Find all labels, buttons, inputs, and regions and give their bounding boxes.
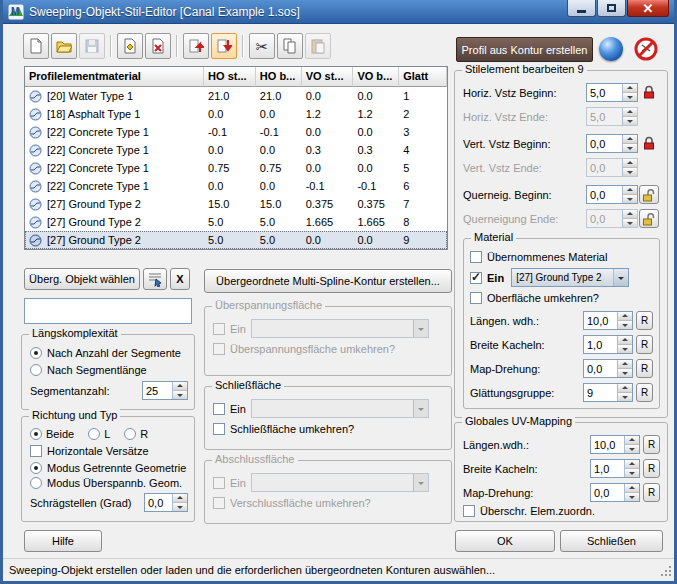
spin-down-button[interactable] [618,393,632,401]
modus-ueberspannb-geom-radio[interactable] [30,477,42,489]
profile-element-table[interactable]: Profilelementmaterial HO st... HO b... V… [24,66,448,250]
spin-up-button[interactable] [623,135,637,144]
vert-vstz-beginn-spinner[interactable]: 0,0 [586,134,638,153]
table-row[interactable]: [22] Concrete Type 1 0.0 0.0 -0.1 -0.1 6 [25,177,447,195]
schliess-umkehren-checkbox[interactable] [213,423,225,435]
new-document-button[interactable] [23,33,49,59]
open-button[interactable] [51,33,77,59]
spin-down-button[interactable] [623,144,637,152]
reset-button[interactable]: R [643,483,660,502]
spin-down-button[interactable] [618,345,632,353]
segmentanzahl-spinner[interactable]: 25 [142,381,188,400]
lock-open-button[interactable] [639,185,659,204]
resize-grip-icon[interactable] [660,565,673,580]
nach-segmentlaenge-radio[interactable] [30,364,42,376]
spin-down-button[interactable] [173,503,187,511]
add-profile-element-button[interactable] [117,33,143,59]
glaettungsgruppe-spinner[interactable]: 9 [583,383,633,402]
laengen-wdh-spinner[interactable]: 10,0 [583,311,633,330]
spin-down-button[interactable] [623,93,637,101]
copy-button[interactable] [277,33,303,59]
spin-up-button[interactable] [618,336,632,345]
reset-button[interactable]: R [636,383,653,402]
spin-up-button[interactable] [625,436,639,445]
close-button[interactable]: ✕ [627,0,669,17]
querneig-beginn-spinner[interactable]: 0,0 [586,185,638,204]
richtung-beide-radio[interactable] [30,428,42,440]
profile-from-contour-button[interactable]: Profil aus Kontur erstellen [456,37,593,62]
spin-up-button[interactable] [173,494,187,503]
spin-down-button[interactable] [625,469,639,477]
table-row-selected[interactable]: [27] Ground Type 2 5.0 5.0 0.0 0.0 9 [25,231,447,249]
move-element-up-button[interactable] [183,33,209,59]
lock-closed-icon[interactable] [643,136,655,152]
uv-breite-kacheln-spinner[interactable]: 1,0 [590,459,640,478]
spin-up-button[interactable] [625,484,639,493]
spin-up-button[interactable] [618,312,632,321]
spin-down-button[interactable] [623,195,637,203]
forbidden-scissors-icon[interactable] [633,36,659,62]
oberflaeche-umkehren-checkbox[interactable] [470,292,482,304]
uebernommenes-material-checkbox[interactable] [470,251,482,263]
column-header-vo-st[interactable]: VO st... [302,67,354,87]
modus-getrennte-geometrie-radio[interactable] [30,462,42,474]
pick-object-button[interactable] [143,268,167,290]
schraegstellen-spinner[interactable]: 0,0 [144,493,188,512]
ueberschr-elem-zuordn-checkbox[interactable] [463,505,475,517]
column-header-ho-b[interactable]: HO b... [256,67,302,87]
dropdown-arrow-icon[interactable] [413,400,428,417]
titlebar[interactable]: M Sweeping-Objekt-Stil-Editor [Canal Exa… [3,0,674,24]
column-header-vo-b[interactable]: VO b... [353,67,399,87]
spin-up-button[interactable] [618,360,632,369]
lock-open-button[interactable] [639,209,659,228]
delete-profile-element-button[interactable] [145,33,171,59]
lock-closed-icon[interactable] [643,85,655,101]
multi-spline-kontur-button[interactable]: Übergeordnete Multi-Spline-Kontur erstel… [204,269,452,293]
spin-up-button[interactable] [625,460,639,469]
table-row[interactable]: [22] Concrete Type 1 -0.1 -0.1 0.0 0.0 3 [25,123,447,141]
material-select[interactable]: [27] Ground Type 2 [511,268,629,287]
richtung-links-radio[interactable] [88,428,100,440]
richtung-rechts-radio[interactable] [124,428,136,440]
cut-button[interactable]: ✂ [249,33,275,59]
spin-down-button[interactable] [625,445,639,453]
spin-down-button[interactable] [618,369,632,377]
ok-button[interactable]: OK [455,530,555,552]
spin-up-button[interactable] [623,186,637,195]
table-row[interactable]: [18] Asphalt Type 1 0.0 0.0 1.2 1.2 2 [25,105,447,123]
spin-up-button[interactable] [173,382,187,391]
table-row[interactable]: [22] Concrete Type 1 0.0 0.0 0.3 0.3 4 [25,141,447,159]
table-row[interactable]: [27] Ground Type 2 5.0 5.0 1.665 1.665 8 [25,213,447,231]
column-header-material[interactable]: Profilelementmaterial [25,67,204,87]
column-header-glatt[interactable]: Glatt [399,67,447,87]
hilfe-button[interactable]: Hilfe [24,530,102,552]
reset-button[interactable]: R [643,435,660,454]
horiz-vstz-beginn-spinner[interactable]: 5,0 [586,83,638,102]
minimize-button[interactable] [567,0,596,17]
spin-up-button[interactable] [618,384,632,393]
spin-down-button[interactable] [173,391,187,399]
sphere-icon[interactable] [599,37,623,61]
horizontale-versaetze-checkbox[interactable] [30,445,42,457]
dropdown-arrow-icon[interactable] [613,269,628,286]
choose-parent-object-button[interactable]: Überg. Objekt wählen [24,268,140,290]
uv-map-drehung-spinner[interactable]: 0,0 [590,483,640,502]
column-header-ho-st[interactable]: HO st... [204,67,256,87]
table-row[interactable]: [20] Water Type 1 21.0 21.0 0.0 0.0 1 [25,87,447,105]
material-ein-checkbox[interactable] [470,272,482,284]
spin-up-button[interactable] [623,84,637,93]
nach-anzahl-segmente-radio[interactable] [30,347,42,359]
parent-object-name-input[interactable] [24,298,192,324]
clear-parent-object-button[interactable]: X [170,268,190,290]
reset-button[interactable]: R [636,335,653,354]
schliess-ein-checkbox[interactable] [213,403,225,415]
table-row[interactable]: [27] Ground Type 2 15.0 15.0 0.375 0.375… [25,195,447,213]
map-drehung-spinner[interactable]: 0,0 [583,359,633,378]
breite-kacheln-spinner[interactable]: 1,0 [583,335,633,354]
schliess-select[interactable] [251,399,429,418]
move-element-down-button[interactable] [211,33,237,59]
reset-button[interactable]: R [636,311,653,330]
table-row[interactable]: [22] Concrete Type 1 0.75 0.75 0.0 0.0 5 [25,159,447,177]
maximize-button[interactable] [597,0,626,17]
spin-down-button[interactable] [625,493,639,501]
